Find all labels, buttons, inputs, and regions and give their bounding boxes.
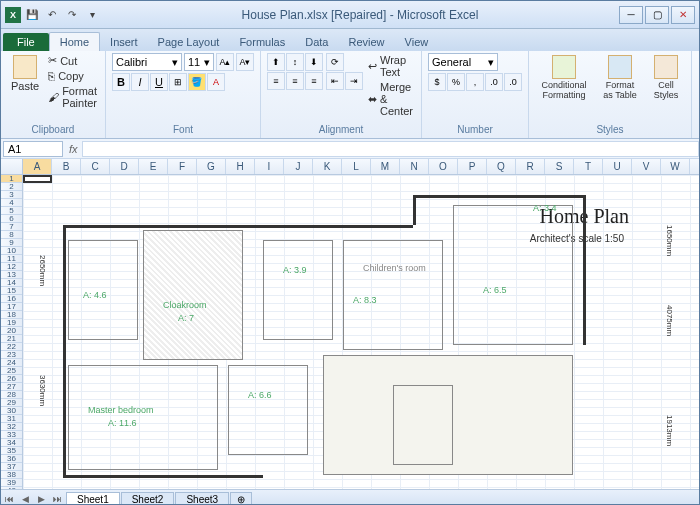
cell-styles-button[interactable]: Cell Styles [647,53,685,102]
col-header-L[interactable]: L [342,159,371,174]
currency-button[interactable]: $ [428,73,446,91]
align-middle-button[interactable]: ↕ [286,53,304,71]
align-bottom-button[interactable]: ⬇ [305,53,323,71]
col-header-H[interactable]: H [226,159,255,174]
tab-nav-prev[interactable]: ◀ [17,494,33,504]
font-size-select[interactable]: 11▾ [184,53,214,71]
qat-dropdown-icon[interactable]: ▾ [83,6,101,24]
select-all-button[interactable] [1,159,23,174]
minimize-button[interactable]: ─ [619,6,643,24]
room-children: Children's room [363,263,426,273]
col-header-F[interactable]: F [168,159,197,174]
format-as-table-button[interactable]: Format as Table [596,53,644,102]
excel-icon[interactable]: X [5,7,21,23]
maximize-button[interactable]: ▢ [645,6,669,24]
col-header-N[interactable]: N [400,159,429,174]
tab-nav-next[interactable]: ▶ [33,494,49,504]
row-header-40[interactable]: 40 [1,487,22,489]
col-header-T[interactable]: T [574,159,603,174]
tab-formulas[interactable]: Formulas [229,33,295,51]
col-header-O[interactable]: O [429,159,458,174]
align-top-button[interactable]: ⬆ [267,53,285,71]
sheet-tab-2[interactable]: Sheet2 [121,492,175,506]
tab-nav-first[interactable]: ⏮ [1,494,17,504]
fill-color-button[interactable]: 🪣 [188,73,206,91]
tab-home[interactable]: Home [49,32,100,51]
name-box[interactable]: A1 [3,141,63,157]
col-header-B[interactable]: B [52,159,81,174]
copy-button[interactable]: ⎘Copy [46,69,99,83]
align-right-button[interactable]: ≡ [305,72,323,90]
col-header-G[interactable]: G [197,159,226,174]
tab-nav-last[interactable]: ⏭ [49,494,65,504]
sheet-tab-3[interactable]: Sheet3 [175,492,229,506]
col-header-P[interactable]: P [458,159,487,174]
wrap-icon: ↩ [368,60,377,73]
col-header-V[interactable]: V [632,159,661,174]
col-header-S[interactable]: S [545,159,574,174]
file-tab[interactable]: File [3,33,49,51]
room-a7: A: 7 [178,313,194,323]
room-a46: A: 4.6 [83,290,107,300]
grow-font-button[interactable]: A▴ [216,53,234,71]
orientation-button[interactable]: ⟳ [326,53,344,71]
increase-decimal-button[interactable]: .0 [485,73,503,91]
scissors-icon: ✂ [48,54,57,67]
bold-button[interactable]: B [112,73,130,91]
tab-data[interactable]: Data [295,33,338,51]
format-painter-button[interactable]: 🖌Format Painter [46,84,99,110]
new-sheet-button[interactable]: ⊕ [230,492,252,506]
comma-button[interactable]: , [466,73,484,91]
tab-review[interactable]: Review [338,33,394,51]
sheet-tab-1[interactable]: Sheet1 [66,492,120,506]
brush-icon: 🖌 [48,91,59,103]
border-button[interactable]: ⊞ [169,73,187,91]
number-format-select[interactable]: General▾ [428,53,498,71]
tab-insert[interactable]: Insert [100,33,148,51]
percent-button[interactable]: % [447,73,465,91]
save-icon[interactable]: 💾 [23,6,41,24]
decrease-decimal-button[interactable]: .0 [504,73,522,91]
col-header-M[interactable]: M [371,159,400,174]
cell-grid[interactable]: Home Plan Architect's scale 1:50 2650mm … [23,175,699,489]
paste-button[interactable]: Paste [7,53,43,94]
underline-button[interactable]: U [150,73,168,91]
col-header-A[interactable]: A [23,159,52,174]
redo-icon[interactable]: ↷ [63,6,81,24]
chevron-down-icon: ▾ [204,56,210,69]
col-header-R[interactable]: R [516,159,545,174]
col-header-C[interactable]: C [81,159,110,174]
tab-page-layout[interactable]: Page Layout [148,33,230,51]
italic-button[interactable]: I [131,73,149,91]
col-header-E[interactable]: E [139,159,168,174]
col-header-I[interactable]: I [255,159,284,174]
wrap-text-button[interactable]: ↩Wrap Text [366,53,415,79]
align-center-button[interactable]: ≡ [286,72,304,90]
cut-button[interactable]: ✂Cut [46,53,99,68]
tab-view[interactable]: View [395,33,439,51]
col-header-W[interactable]: W [661,159,690,174]
font-color-button[interactable]: A [207,73,225,91]
merge-center-button[interactable]: ⬌Merge & Center [366,80,415,118]
conditional-formatting-button[interactable]: Conditional Formatting [535,53,593,102]
floor-plan: Home Plan Architect's scale 1:50 2650mm … [53,195,669,484]
cell-styles-icon [654,55,678,79]
col-header-U[interactable]: U [603,159,632,174]
group-font: Calibri▾ 11▾ A▴ A▾ B I U ⊞ 🪣 A Font [106,51,261,138]
align-left-button[interactable]: ≡ [267,72,285,90]
fx-icon[interactable]: fx [65,143,82,155]
group-number: General▾ $ % , .0 .0 Number [422,51,529,138]
formula-input[interactable] [82,141,699,157]
shrink-font-button[interactable]: A▾ [236,53,254,71]
col-header-Q[interactable]: Q [487,159,516,174]
col-header-K[interactable]: K [313,159,342,174]
undo-icon[interactable]: ↶ [43,6,61,24]
col-header-D[interactable]: D [110,159,139,174]
font-name-select[interactable]: Calibri▾ [112,53,182,71]
indent-increase-button[interactable]: ⇥ [345,72,363,90]
worksheet-area: ABCDEFGHIJKLMNOPQRSTUVW 1234567891011121… [1,159,699,489]
col-header-J[interactable]: J [284,159,313,174]
indent-decrease-button[interactable]: ⇤ [326,72,344,90]
styles-label: Styles [535,124,685,136]
close-button[interactable]: ✕ [671,6,695,24]
